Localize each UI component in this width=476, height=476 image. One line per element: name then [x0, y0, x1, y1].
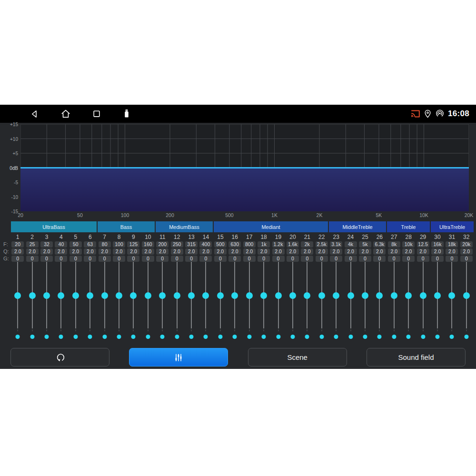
- eq-slider-ch8[interactable]: [112, 262, 126, 341]
- slider-knob[interactable]: [420, 292, 426, 299]
- q-value-chip: 2.0: [185, 248, 198, 255]
- eq-slider-ch32[interactable]: [459, 262, 474, 341]
- reset-button[interactable]: [10, 348, 109, 367]
- eq-slider-ch28[interactable]: [401, 262, 416, 341]
- y-axis-label: 0dB: [0, 165, 18, 170]
- eq-slider-ch11[interactable]: [155, 262, 169, 341]
- cell: 200: [155, 241, 169, 248]
- band-mediumbass: MediumBass: [156, 221, 213, 232]
- slider-knob[interactable]: [145, 292, 151, 299]
- eq-slider-ch4[interactable]: [54, 262, 68, 341]
- slider-knob[interactable]: [29, 292, 36, 299]
- eq-slider-ch15[interactable]: [213, 262, 228, 341]
- usb-icon[interactable]: [122, 109, 131, 119]
- slider-knob[interactable]: [405, 292, 412, 299]
- eq-slider-ch7[interactable]: [97, 262, 111, 341]
- cell: 12.5: [416, 241, 430, 248]
- f-value-chip: 8k: [388, 241, 400, 248]
- q-value-chip: 2.0: [330, 248, 342, 255]
- slider-knob[interactable]: [159, 292, 166, 299]
- slider-knob[interactable]: [333, 292, 339, 299]
- eq-slider-ch19[interactable]: [271, 262, 285, 341]
- eq-slider-ch5[interactable]: [69, 262, 83, 341]
- channel-number: 19: [271, 233, 285, 240]
- slider-knob[interactable]: [174, 292, 180, 299]
- recents-icon[interactable]: [92, 109, 101, 119]
- eq-slider-ch3[interactable]: [40, 262, 54, 341]
- eq-slider-ch24[interactable]: [343, 262, 357, 341]
- slider-knob[interactable]: [43, 292, 50, 299]
- eq-slider-ch2[interactable]: [25, 262, 39, 341]
- slider-knob[interactable]: [275, 292, 282, 299]
- eq-slider-ch6[interactable]: [83, 262, 97, 341]
- slider-knob[interactable]: [260, 292, 267, 299]
- scene-button[interactable]: Scene: [248, 348, 347, 367]
- cell: 0: [10, 256, 25, 262]
- f-value-chip: 500: [214, 241, 227, 248]
- eq-slider-ch23[interactable]: [329, 262, 343, 341]
- slider-knob[interactable]: [130, 292, 137, 299]
- eq-slider-ch27[interactable]: [387, 262, 401, 341]
- eq-slider-ch18[interactable]: [257, 262, 271, 341]
- cell: 2.0: [372, 248, 387, 255]
- slider-knob[interactable]: [391, 292, 397, 299]
- f-value-chip: 160: [142, 241, 154, 248]
- slider-tick: [350, 329, 351, 331]
- eq-slider-ch25[interactable]: [358, 262, 372, 341]
- cell: 2.0: [416, 248, 430, 255]
- slider-knob[interactable]: [376, 292, 383, 299]
- slider-knob[interactable]: [318, 292, 325, 299]
- g-value-chip: 0: [171, 256, 183, 262]
- eq-slider-ch21[interactable]: [300, 262, 314, 341]
- cell: 0: [97, 256, 111, 262]
- slider-knob[interactable]: [188, 292, 195, 299]
- slider-dot: [117, 335, 121, 339]
- slider-knob[interactable]: [72, 292, 79, 299]
- slider-tick: [148, 329, 148, 331]
- equalizer-button[interactable]: [129, 348, 228, 367]
- slider-knob[interactable]: [463, 292, 470, 299]
- home-icon[interactable]: [60, 109, 71, 119]
- eq-slider-ch14[interactable]: [198, 262, 213, 341]
- slider-knob[interactable]: [101, 292, 108, 299]
- slider-knob[interactable]: [202, 292, 209, 299]
- slider-tick: [249, 329, 249, 331]
- slider-knob[interactable]: [289, 292, 296, 299]
- sound-field-button[interactable]: Sound field: [367, 348, 466, 367]
- eq-slider-ch22[interactable]: [315, 262, 329, 341]
- eq-slider-ch17[interactable]: [242, 262, 257, 341]
- slider-knob[interactable]: [14, 292, 21, 299]
- slider-knob[interactable]: [347, 292, 354, 299]
- slider-knob[interactable]: [58, 292, 64, 299]
- slider-knob[interactable]: [231, 292, 238, 299]
- eq-slider-ch9[interactable]: [126, 262, 140, 341]
- channel-number: 5: [69, 233, 83, 240]
- eq-slider-ch26[interactable]: [372, 262, 387, 341]
- q-value-chip: 2.0: [113, 248, 125, 255]
- slider-knob[interactable]: [434, 292, 441, 299]
- eq-slider-ch1[interactable]: [10, 262, 25, 341]
- cell: 2.0: [10, 248, 25, 255]
- eq-slider-ch12[interactable]: [169, 262, 184, 341]
- eq-curve-plot: [20, 124, 469, 211]
- slider-dot: [407, 335, 411, 339]
- eq-slider-ch13[interactable]: [184, 262, 198, 341]
- q-value-chip: 2.0: [84, 248, 96, 255]
- eq-slider-ch29[interactable]: [416, 262, 430, 341]
- eq-slider-ch16[interactable]: [228, 262, 242, 341]
- g-value-chip: 0: [359, 256, 371, 262]
- slider-knob[interactable]: [448, 292, 455, 299]
- slider-knob[interactable]: [362, 292, 368, 299]
- back-icon[interactable]: [30, 109, 40, 119]
- eq-slider-ch30[interactable]: [430, 262, 445, 341]
- slider-knob[interactable]: [116, 292, 122, 299]
- cell: 0: [329, 256, 343, 262]
- slider-knob[interactable]: [304, 292, 310, 299]
- slider-knob[interactable]: [246, 292, 253, 299]
- slider-knob[interactable]: [87, 292, 93, 299]
- eq-slider-ch10[interactable]: [141, 262, 155, 341]
- slider-knob[interactable]: [217, 292, 224, 299]
- slider-tick: [90, 329, 90, 331]
- eq-slider-ch31[interactable]: [445, 262, 459, 341]
- eq-slider-ch20[interactable]: [286, 262, 300, 341]
